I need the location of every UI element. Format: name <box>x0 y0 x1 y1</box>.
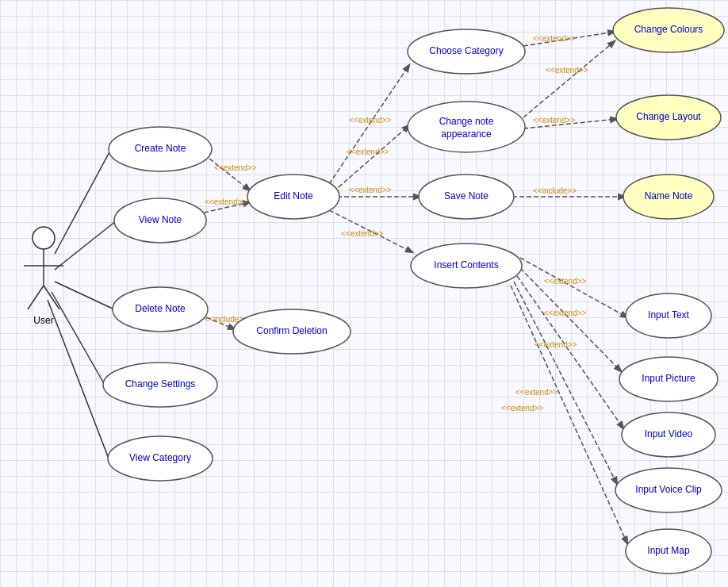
usecase-deleteNote-label: Delete Note <box>135 303 186 314</box>
usecase-changeLayout-label: Change Layout <box>636 111 701 122</box>
label-insertContents-inputVoiceClip: <<extend>> <box>515 388 558 397</box>
usecase-nameNote-label: Name Note <box>645 190 693 201</box>
label-chooseCategory-changeColours: <<extend>> <box>533 34 576 43</box>
label-editNote-chooseCategory: <<extend>> <box>349 116 392 125</box>
usecase-changeNoteApp-label2: appearance <box>441 129 492 140</box>
line-user-changeSettings <box>52 292 105 385</box>
usecase-inputVoiceClip-label: Input Voice Clip <box>635 484 702 495</box>
usecase-changeNoteApp-label: Change note <box>439 116 494 127</box>
label-insertContents-inputVideo: <<extend>> <box>535 340 577 349</box>
label-insertContents-inputText: <<extend>> <box>544 277 587 286</box>
actor-right-leg <box>44 286 59 309</box>
line-changeNoteApp-changeColours <box>523 41 615 117</box>
usecase-inputMap-label: Input Map <box>647 545 690 556</box>
line-user-createNote <box>55 149 111 254</box>
usecase-inputPicture-label: Input Picture <box>642 373 695 384</box>
label-saveNote-nameNote: <<include>> <box>533 186 577 195</box>
actor-left-leg <box>28 286 44 309</box>
actor-label: User <box>33 315 53 326</box>
label-editNote-saveNote: <<extend>> <box>349 186 392 194</box>
label-insertContents-inputMap: <<extend>> <box>501 404 544 412</box>
usecase-viewNote-label: View Note <box>139 214 182 225</box>
label-createNote-editNote: <<extend>> <box>214 163 257 172</box>
line-insertContents-inputMap <box>511 286 627 543</box>
usecase-changeColours-label: Change Colours <box>634 24 703 35</box>
line-user-deleteNote <box>55 282 114 309</box>
label-editNote-insertContents: <<extend>> <box>341 229 384 238</box>
usecase-editNote-label: Edit Note <box>274 190 313 201</box>
label-viewNote-editNote: <<extend>> <box>205 198 247 206</box>
line-user-viewCategory <box>48 300 109 458</box>
line-user-viewNote <box>55 221 117 270</box>
usecase-chooseCategory-label: Choose Category <box>429 45 503 56</box>
usecase-saveNote-label: Save Note <box>444 190 489 201</box>
usecase-inputText-label: Input Text <box>648 309 689 320</box>
usecase-viewCategory-label: View Category <box>129 452 191 463</box>
usecase-insertContents-label: Insert Contents <box>434 259 498 270</box>
line-editNote-chooseCategory <box>329 65 409 184</box>
usecase-inputVideo-label: Input Video <box>645 428 693 439</box>
actor-head <box>33 227 55 249</box>
label-changeNoteApp-changeLayout: <<extend>> <box>533 116 576 125</box>
label-editNote-changeNoteApp: <<extend>> <box>347 148 389 156</box>
label-insertContents-inputPicture: <<extend>> <box>544 309 587 317</box>
label-changeNoteApp-changeColours: <<extend>> <box>546 66 588 75</box>
line-editNote-changeNoteApp <box>333 125 409 192</box>
usecase-changeSettings-label: Change Settings <box>125 378 196 389</box>
usecase-createNote-label: Create Note <box>135 143 186 154</box>
usecase-confirmDeletion-label: Confirm Deletion <box>256 325 327 336</box>
